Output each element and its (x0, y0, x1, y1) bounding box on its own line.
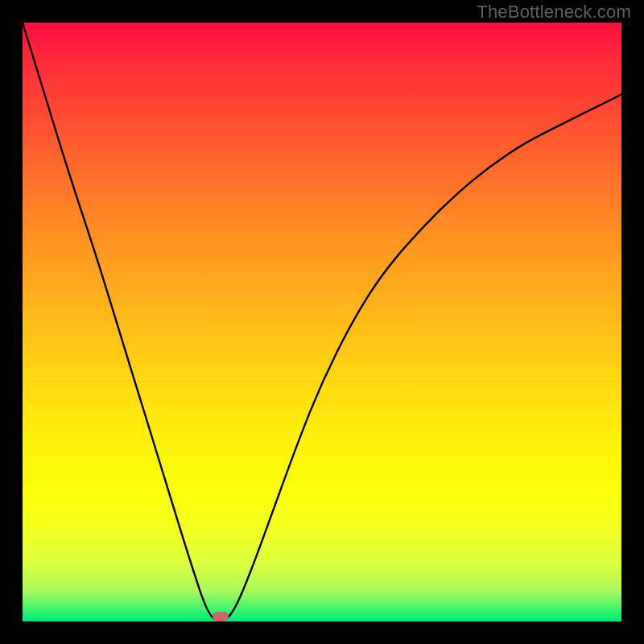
chart-frame: TheBottleneck.com (0, 0, 644, 644)
plot-area (23, 23, 621, 621)
bottleneck-curve (23, 23, 621, 621)
watermark-text: TheBottleneck.com (477, 2, 631, 23)
minimum-marker (213, 612, 229, 621)
